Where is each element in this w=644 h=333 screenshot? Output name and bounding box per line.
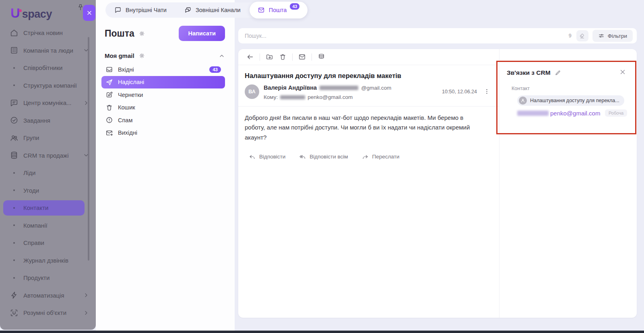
move-to-folder-icon[interactable] xyxy=(266,53,273,61)
inbox-count-badge: 43 xyxy=(209,66,221,73)
toolbar-divider xyxy=(292,53,293,61)
smart-objects-icon xyxy=(10,308,19,317)
crm-contact-email[interactable]: penko@gmail.com xyxy=(550,110,600,117)
folder-sent[interactable]: Надіслані xyxy=(101,76,225,89)
gear-icon[interactable] xyxy=(138,30,145,37)
folder-spam[interactable]: Спам xyxy=(101,114,225,127)
eraser-icon[interactable] xyxy=(576,30,588,41)
edit-pencil-icon[interactable] xyxy=(555,70,561,76)
search-count: 9 xyxy=(569,33,572,39)
sidebar-item-company-people[interactable]: Компанія та люди xyxy=(0,42,96,60)
chevron-right-icon xyxy=(83,292,89,298)
sidebar-item-call-log[interactable]: Журнал дзвінків xyxy=(0,252,96,269)
sidebar-scrollbar[interactable] xyxy=(88,37,89,261)
folder-trash[interactable]: Кошик xyxy=(101,101,225,114)
folder-inbox[interactable]: Вхідні 43 xyxy=(101,63,225,76)
forward-button[interactable]: Переслати xyxy=(362,153,400,160)
logo-dot-icon xyxy=(19,9,22,12)
email-datetime: 10:50, 12.06.24 xyxy=(442,89,477,95)
sidebar-item-news-feed[interactable]: Стрічка новин xyxy=(0,24,96,42)
reply-all-icon xyxy=(299,153,306,160)
tab-internal-chats[interactable]: Внутрішні Чати xyxy=(105,2,175,18)
sidebar-close-button[interactable] xyxy=(83,5,95,21)
email-type-badge: Робоча xyxy=(605,109,627,117)
trash-icon xyxy=(105,104,113,111)
sidebar-item-smart-objects[interactable]: Розумні об'єкти xyxy=(0,304,96,322)
email-toolbar xyxy=(238,49,499,65)
communications-icon xyxy=(10,99,19,107)
redacted-recipient-prefix xyxy=(280,95,305,99)
bullet-icon xyxy=(13,67,15,69)
contact-avatar-icon xyxy=(519,97,527,105)
sidebar-item-company-structure[interactable]: Структура компанії xyxy=(0,77,96,95)
draft-icon xyxy=(105,91,113,99)
email-card: Налаштування доступу для перекладів маке… xyxy=(238,49,637,318)
folder-drafts[interactable]: Чернетки xyxy=(101,88,225,101)
bullet-icon xyxy=(13,172,15,174)
search-input[interactable] xyxy=(245,33,569,39)
logo-brand: spacy xyxy=(22,8,52,21)
filters-button[interactable]: Фільтри xyxy=(592,30,633,42)
mail-search-bar: 9 Фільтри xyxy=(238,28,637,43)
sidebar-item-leads[interactable]: Ліди xyxy=(0,164,96,182)
logo-letter: U xyxy=(10,6,20,20)
sidebar-item-communication-center[interactable]: Центр комуніка... xyxy=(0,94,96,112)
channel-tabs: Внутрішні Чати Зовнішні Канали Пошта 43 xyxy=(105,2,308,18)
chevron-up-icon[interactable] xyxy=(219,53,225,59)
crm-contact-email-row: penko@gmail.com Робоча xyxy=(517,109,627,117)
sidebar-item-products[interactable]: Продукти xyxy=(0,269,96,287)
redacted-sender-email xyxy=(320,86,358,90)
crm-panel-title: Зв'язки з CRM xyxy=(507,69,551,76)
channels-icon xyxy=(184,6,192,14)
groups-icon xyxy=(10,134,19,142)
bullet-icon xyxy=(13,277,15,279)
crm-contact-chip[interactable]: Налаштування доступу для перекла... xyxy=(517,95,624,106)
sidebar-item-employees[interactable]: Співробітники xyxy=(0,59,96,77)
sidebar-item-groups[interactable]: Групи xyxy=(0,129,96,147)
email-body: Доброго дня! Ви писали в наш чат-бот щод… xyxy=(245,113,481,142)
compose-button[interactable]: Написати xyxy=(179,26,225,41)
envelope-out-icon xyxy=(105,129,113,137)
reply-all-button[interactable]: Відповісти всім xyxy=(299,153,348,160)
gear-icon[interactable] xyxy=(138,52,145,59)
sidebar-item-crm-sales[interactable]: CRM та продажі xyxy=(0,147,96,164)
reply-button[interactable]: Відповісти xyxy=(249,153,285,160)
back-arrow-icon[interactable] xyxy=(246,53,254,61)
redacted-contact-email-prefix xyxy=(517,111,549,116)
tab-mail[interactable]: Пошта 43 xyxy=(250,2,308,18)
send-icon xyxy=(105,78,113,86)
folder-list: Вхідні 43 Надіслані Чернетки Кошик Спам xyxy=(96,63,235,139)
sidebar-nav: Стрічка новин Компанія та люди Співробіт… xyxy=(0,24,96,322)
chat-bubble-icon xyxy=(114,6,122,14)
sidebar-item-activities[interactable]: Справи xyxy=(0,234,96,252)
folder-outbox[interactable]: Вихідні xyxy=(101,127,225,140)
app-root: Uspacy Стрічка новин Компанія та люди Сп… xyxy=(0,0,644,333)
home-icon xyxy=(10,29,19,37)
crm-section-label: Контакт xyxy=(512,86,629,91)
mail-panel-title: Пошта xyxy=(105,28,134,39)
tab-external-channels[interactable]: Зовнішні Канали xyxy=(175,2,250,18)
mark-unread-icon[interactable] xyxy=(298,53,306,61)
toolbar-divider xyxy=(260,53,260,61)
close-icon[interactable] xyxy=(619,68,626,76)
mail-folders-panel: Пошта Написати Моя gmail Вхідні 43 Надіс… xyxy=(96,0,235,331)
mail-account-name: Моя gmail xyxy=(105,52,134,59)
crm-contact-title: Налаштування доступу для перекла... xyxy=(530,98,619,103)
sidebar-item-automation[interactable]: Автоматизація xyxy=(0,287,96,304)
sender-email-domain: @gmail.com xyxy=(361,85,391,91)
delete-icon[interactable] xyxy=(279,53,287,61)
toolbar-divider xyxy=(312,53,312,61)
sidebar-item-deals[interactable]: Угоди xyxy=(0,182,96,199)
envelope-icon xyxy=(258,6,265,14)
kebab-menu-icon[interactable] xyxy=(483,88,490,95)
forward-icon xyxy=(362,153,369,160)
crm-link-icon[interactable] xyxy=(318,53,325,61)
main-sidebar: Uspacy Стрічка новин Компанія та люди Сп… xyxy=(0,0,96,330)
sidebar-item-contacts[interactable]: Контакти xyxy=(0,199,96,217)
bullet-icon xyxy=(13,189,15,191)
sidebar-item-tasks[interactable]: Завдання xyxy=(0,112,96,130)
reply-icon xyxy=(249,153,256,160)
company-icon xyxy=(10,46,19,55)
sidebar-item-companies[interactable]: Компанії xyxy=(0,217,96,234)
sender-row: ВА Валерія Андріївна @gmail.com Кому: pe… xyxy=(245,84,490,100)
